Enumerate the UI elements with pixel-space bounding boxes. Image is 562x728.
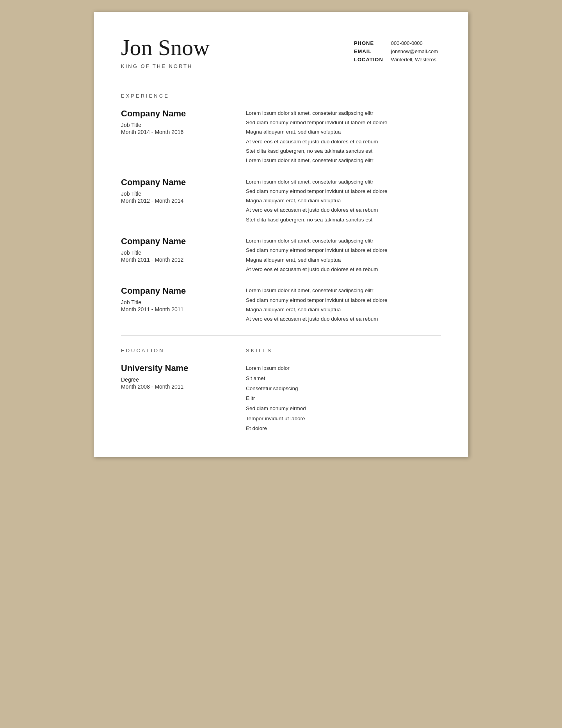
job-title: Job Title (121, 299, 230, 305)
education-section: EDUCATION University Name Degree Month 2… (121, 348, 230, 433)
skill-item: Consetetur sadipscing (246, 384, 441, 394)
job-description: Lorem ipsum dolor sit amet, consetetur s… (246, 286, 441, 324)
company-name: Company Name (121, 286, 230, 296)
header-left: Jon Snow KING OF THE NORTH (121, 35, 354, 69)
skills-section: SKILLS Lorem ipsum dolorSit ametConsetet… (246, 348, 441, 433)
experience-entry: Company NameJob TitleMonth 2011 - Month … (121, 286, 441, 324)
job-description: Lorem ipsum dolor sit amet, consetetur s… (246, 109, 441, 166)
location-value: Winterfell, Westeros (391, 55, 441, 64)
skill-item: Sit amet (246, 373, 441, 384)
phone-label: PHONE (354, 39, 391, 47)
entry-right: Lorem ipsum dolor sit amet, consetetur s… (246, 236, 441, 274)
candidate-name: Jon Snow (121, 35, 354, 60)
company-name: Company Name (121, 177, 230, 187)
entry-right: Lorem ipsum dolor sit amet, consetetur s… (246, 177, 441, 225)
section-divider (121, 335, 441, 336)
header-right: PHONE 000-000-0000 EMAIL jonsnow@email.c… (354, 35, 441, 64)
university-name: University Name (121, 363, 230, 373)
entry-left: Company NameJob TitleMonth 2011 - Month … (121, 286, 230, 324)
contact-table: PHONE 000-000-0000 EMAIL jonsnow@email.c… (354, 39, 441, 64)
entry-left: Company NameJob TitleMonth 2011 - Month … (121, 236, 230, 274)
header-section: Jon Snow KING OF THE NORTH PHONE 000-000… (121, 35, 441, 69)
experience-section-title: EXPERIENCE (121, 93, 441, 99)
job-title: Job Title (121, 122, 230, 128)
skills-list: Lorem ipsum dolorSit ametConsetetur sadi… (246, 363, 441, 433)
experience-entry: Company NameJob TitleMonth 2014 - Month … (121, 109, 441, 166)
job-title: Job Title (121, 250, 230, 256)
job-title: Job Title (121, 191, 230, 197)
entry-left: Company NameJob TitleMonth 2014 - Month … (121, 109, 230, 166)
phone-value: 000-000-0000 (391, 39, 441, 47)
job-dates: Month 2011 - Month 2012 (121, 257, 230, 263)
job-description: Lorem ipsum dolor sit amet, consetetur s… (246, 177, 441, 225)
contact-email-row: EMAIL jonsnow@email.com (354, 47, 441, 55)
experience-entry: Company NameJob TitleMonth 2011 - Month … (121, 236, 441, 274)
candidate-title: KING OF THE NORTH (121, 63, 354, 69)
experience-section: EXPERIENCE Company NameJob TitleMonth 20… (121, 93, 441, 324)
skill-item: Tempor invidunt ut labore (246, 414, 441, 424)
bottom-section: EDUCATION University Name Degree Month 2… (121, 348, 441, 433)
location-label: LOCATION (354, 55, 391, 64)
experience-entry: Company NameJob TitleMonth 2012 - Month … (121, 177, 441, 225)
degree: Degree (121, 376, 230, 383)
skill-item: Elitr (246, 393, 441, 403)
email-label: EMAIL (354, 47, 391, 55)
resume-page: Jon Snow KING OF THE NORTH PHONE 000-000… (94, 12, 468, 457)
skill-item: Sed diam nonumy eirmod (246, 403, 441, 414)
education-section-title: EDUCATION (121, 348, 230, 353)
entry-left: Company NameJob TitleMonth 2012 - Month … (121, 177, 230, 225)
job-dates: Month 2012 - Month 2014 (121, 198, 230, 204)
header-divider (121, 81, 441, 81)
skill-item: Lorem ipsum dolor (246, 363, 441, 373)
contact-location-row: LOCATION Winterfell, Westeros (354, 55, 441, 64)
entry-right: Lorem ipsum dolor sit amet, consetetur s… (246, 286, 441, 324)
job-dates: Month 2011 - Month 2011 (121, 306, 230, 312)
entry-right: Lorem ipsum dolor sit amet, consetetur s… (246, 109, 441, 166)
edu-dates: Month 2008 - Month 2011 (121, 384, 230, 390)
email-value: jonsnow@email.com (391, 47, 441, 55)
skill-item: Et dolore (246, 423, 441, 434)
contact-phone-row: PHONE 000-000-0000 (354, 39, 441, 47)
experience-entries: Company NameJob TitleMonth 2014 - Month … (121, 109, 441, 324)
company-name: Company Name (121, 236, 230, 246)
company-name: Company Name (121, 109, 230, 119)
job-dates: Month 2014 - Month 2016 (121, 129, 230, 135)
job-description: Lorem ipsum dolor sit amet, consetetur s… (246, 236, 441, 274)
skills-section-title: SKILLS (246, 348, 441, 353)
